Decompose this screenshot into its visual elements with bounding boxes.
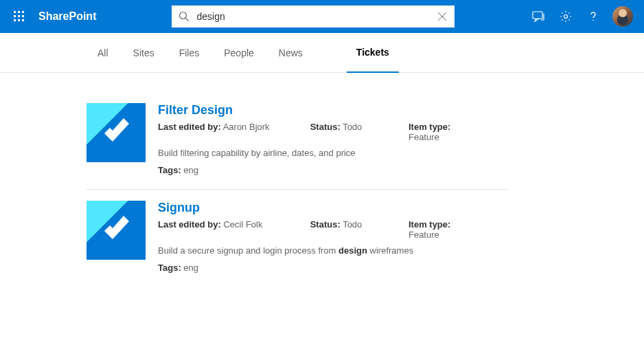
svg-line-10 — [186, 19, 189, 21]
meta-status: Todo — [343, 122, 362, 132]
svg-rect-4 — [18, 15, 20, 17]
chat-icon[interactable] — [525, 3, 552, 30]
meta-tags: eng — [183, 165, 198, 175]
result-item: Filter Design Last edited by: Aaron Bjor… — [87, 98, 508, 189]
svg-rect-0 — [14, 11, 16, 13]
search-results: Filter Design Last edited by: Aaron Bjor… — [0, 73, 508, 287]
svg-rect-2 — [22, 11, 24, 13]
gear-icon[interactable] — [552, 3, 579, 30]
top-header: SharePoint — [0, 0, 644, 33]
svg-rect-13 — [533, 12, 542, 19]
meta-status: Todo — [343, 219, 362, 230]
task-icon — [87, 201, 146, 260]
task-icon — [87, 103, 146, 162]
svg-rect-7 — [18, 19, 20, 21]
svg-point-15 — [593, 20, 594, 21]
result-title[interactable]: Signup — [158, 201, 508, 215]
search-box — [172, 5, 455, 27]
meta-label: Item type: — [409, 122, 450, 132]
search-input[interactable] — [196, 5, 430, 27]
tab-news[interactable]: News — [269, 33, 312, 72]
clear-search-icon[interactable] — [430, 5, 455, 27]
svg-rect-8 — [22, 19, 24, 21]
avatar[interactable] — [612, 6, 633, 27]
meta-label: Tags: — [158, 165, 181, 175]
result-description: Build a secure signup and login process … — [158, 245, 508, 256]
meta-item-type: Feature — [409, 230, 439, 240]
tab-files[interactable]: Files — [170, 33, 209, 72]
meta-label: Status: — [310, 219, 341, 230]
app-launcher-icon[interactable] — [5, 3, 33, 30]
svg-rect-3 — [14, 15, 16, 17]
meta-item-type: Feature — [409, 132, 439, 142]
meta-label: Last edited by: — [158, 122, 221, 132]
svg-rect-5 — [22, 15, 24, 17]
meta-editor: Cecil Folk — [223, 219, 262, 230]
tab-all[interactable]: All — [88, 33, 118, 72]
svg-point-9 — [180, 12, 187, 19]
meta-tags: eng — [183, 263, 198, 273]
meta-label: Item type: — [409, 219, 450, 230]
svg-point-14 — [564, 15, 568, 19]
svg-rect-1 — [18, 11, 20, 13]
tab-tickets[interactable]: Tickets — [347, 34, 399, 73]
meta-label: Status: — [310, 122, 341, 132]
meta-label: Tags: — [158, 263, 181, 273]
svg-rect-6 — [14, 19, 16, 21]
meta-editor: Aaron Bjork — [223, 122, 270, 132]
search-tabs: All Sites Files People News Tickets — [0, 33, 644, 73]
meta-label: Last edited by: — [158, 219, 221, 230]
result-item: Signup Last edited by: Cecil Folk Status… — [87, 189, 508, 287]
app-name: SharePoint — [38, 10, 96, 23]
result-title[interactable]: Filter Design — [158, 103, 508, 118]
tab-sites[interactable]: Sites — [124, 33, 164, 72]
tab-people[interactable]: People — [214, 33, 264, 72]
result-description: Build filtering capability by airline, d… — [158, 148, 508, 158]
search-icon — [172, 11, 196, 22]
help-icon[interactable] — [579, 3, 607, 30]
